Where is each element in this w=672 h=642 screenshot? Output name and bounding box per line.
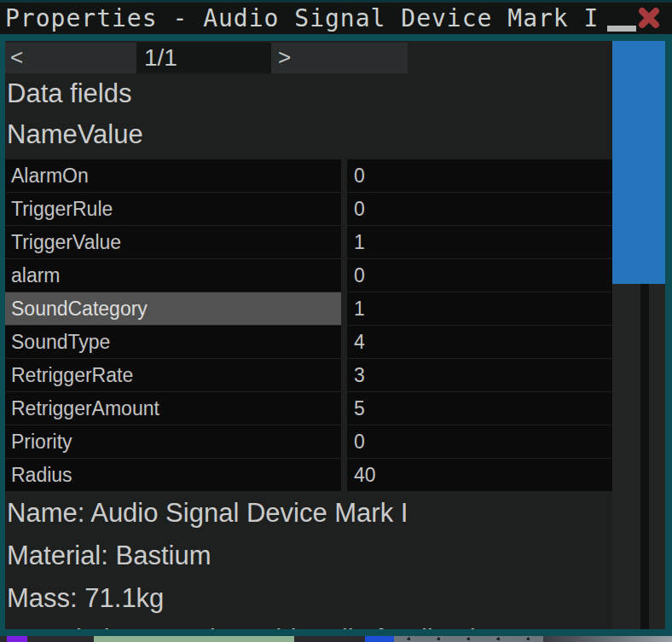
- field-value[interactable]: 0: [347, 259, 612, 292]
- table-column-headers: NameValue: [7, 119, 143, 150]
- table-row[interactable]: TriggerRule 0: [5, 193, 612, 225]
- table-row[interactable]: Priority 0: [5, 425, 612, 458]
- page-indicator: 1/1: [144, 43, 177, 73]
- field-name[interactable]: SoundType: [5, 326, 341, 358]
- chevron-right-icon: >: [278, 44, 291, 70]
- column-header-value: Value: [78, 119, 143, 149]
- table-row[interactable]: TriggerValue 1: [5, 226, 612, 258]
- column-divider: [341, 193, 347, 225]
- window-content: < 1/1 > Data fields NameValue AlarmOn 0: [5, 41, 665, 629]
- field-value[interactable]: 1: [347, 292, 612, 325]
- column-divider: [341, 292, 347, 325]
- scrollbar-track-groove: [640, 284, 649, 629]
- item-material-line: Material: Bastium: [7, 539, 211, 573]
- field-name[interactable]: AlarmOn: [5, 159, 341, 192]
- scrollbar[interactable]: [612, 41, 665, 629]
- page-prev-button[interactable]: <: [5, 43, 136, 73]
- field-name[interactable]: alarm: [5, 259, 341, 292]
- screen: Properties - Audio Signal Device Mark I …: [0, 0, 672, 642]
- table-row[interactable]: AlarmOn 0: [5, 159, 612, 192]
- item-name-line: Name: Audio Signal Device Mark I: [7, 496, 408, 530]
- column-divider: [341, 392, 347, 425]
- field-value[interactable]: 0: [347, 425, 612, 458]
- column-divider: [341, 159, 347, 192]
- column-divider: [341, 425, 347, 458]
- field-value[interactable]: 0: [347, 159, 612, 192]
- page-next-button[interactable]: >: [271, 43, 408, 73]
- data-fields-heading: Data fields: [7, 78, 131, 109]
- properties-window: < 1/1 > Data fields NameValue AlarmOn 0: [0, 34, 672, 636]
- field-name[interactable]: TriggerRule: [5, 193, 341, 225]
- close-button[interactable]: [637, 6, 661, 30]
- column-divider: [341, 226, 347, 258]
- scrollbar-track[interactable]: [612, 284, 665, 629]
- item-mass-line: Mass: 71.1kg: [7, 581, 164, 616]
- game-background-blue-shape: [365, 636, 394, 642]
- column-divider: [341, 359, 347, 391]
- data-fields-table: AlarmOn 0 TriggerRule 0 TriggerValue 1 a…: [5, 159, 612, 492]
- field-value[interactable]: 40: [347, 459, 612, 491]
- column-divider: [341, 459, 347, 491]
- scrollbar-thumb[interactable]: [612, 41, 665, 284]
- field-value[interactable]: 5: [347, 392, 612, 425]
- field-name[interactable]: SoundCategory: [5, 292, 341, 325]
- field-name[interactable]: RetriggerRate: [5, 359, 341, 391]
- page-indicator-zone: 1/1: [136, 43, 271, 73]
- game-background-metal-wedge: [543, 636, 672, 642]
- window-titlebar[interactable]: Properties - Audio Signal Device Mark I: [0, 0, 672, 34]
- table-row[interactable]: alarm 0: [5, 259, 612, 292]
- game-background-grille: [394, 636, 543, 642]
- game-background-purple-shape: [7, 636, 27, 642]
- field-value[interactable]: 4: [347, 326, 612, 358]
- table-row[interactable]: SoundType 4: [5, 326, 612, 358]
- column-divider: [341, 326, 347, 358]
- field-name[interactable]: RetriggerAmount: [5, 392, 341, 425]
- field-value[interactable]: 3: [347, 359, 612, 391]
- column-header-name: Name: [7, 119, 78, 149]
- game-background: [0, 636, 672, 642]
- field-value[interactable]: 0: [347, 193, 612, 225]
- field-name[interactable]: Radius: [5, 459, 341, 491]
- table-row[interactable]: RetriggerRate 3: [5, 359, 612, 391]
- field-name[interactable]: TriggerValue: [5, 226, 341, 258]
- field-name[interactable]: Priority: [5, 425, 341, 458]
- text-cursor: [607, 26, 636, 32]
- table-row[interactable]: RetriggerAmount 5: [5, 392, 612, 425]
- table-row-selected[interactable]: SoundCategory 1: [5, 292, 612, 325]
- field-value[interactable]: 1: [347, 226, 612, 258]
- table-row[interactable]: Radius 40: [5, 459, 612, 491]
- game-background-green-shape: [94, 636, 294, 642]
- close-icon: [637, 6, 661, 30]
- chevron-left-icon: <: [10, 44, 23, 70]
- column-divider: [341, 259, 347, 292]
- window-title: Properties - Audio Signal Device Mark I: [5, 3, 599, 34]
- item-description-line: Description: Used to add audio feedback: [7, 622, 483, 636]
